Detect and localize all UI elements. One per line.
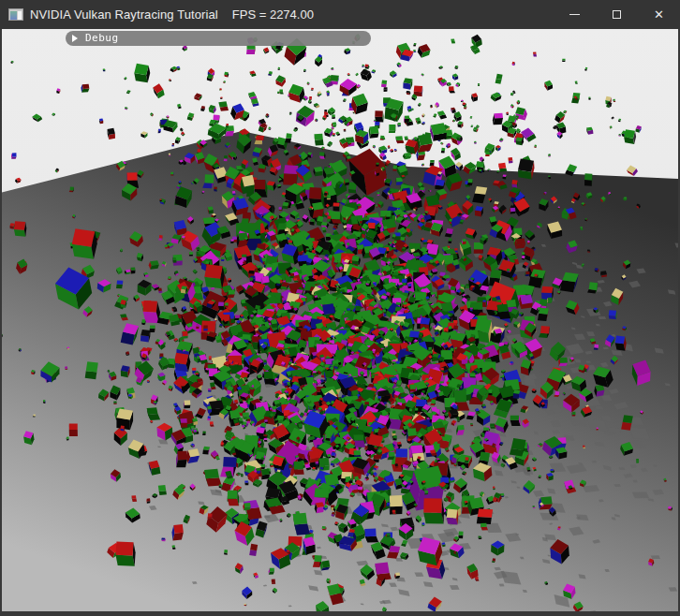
minimize-icon xyxy=(569,14,580,15)
debug-panel-label: Debug xyxy=(85,33,119,44)
close-button[interactable]: ✕ xyxy=(638,0,680,29)
window-controls: ✕ xyxy=(554,0,680,29)
maximize-icon xyxy=(613,10,621,19)
titlebar[interactable]: NVIDIA Vulkan Raytracing Tutorial FPS = … xyxy=(0,0,680,29)
app-window: NVIDIA Vulkan Raytracing Tutorial FPS = … xyxy=(0,0,680,616)
debug-panel-header[interactable]: Debug xyxy=(66,31,371,46)
app-window-icon-pane xyxy=(18,11,22,20)
app-window-icon xyxy=(8,8,23,21)
fps-counter: FPS = 2274.00 xyxy=(232,7,314,22)
window-title: NVIDIA Vulkan Raytracing Tutorial xyxy=(30,7,218,22)
collapse-arrow-icon xyxy=(72,35,78,42)
app-window-icon-pane xyxy=(10,11,17,20)
raytraced-scene-canvas[interactable] xyxy=(2,29,678,611)
minimize-button[interactable] xyxy=(554,0,596,29)
viewport: Debug xyxy=(2,29,678,611)
close-icon: ✕ xyxy=(654,8,664,21)
maximize-button[interactable] xyxy=(596,0,638,29)
